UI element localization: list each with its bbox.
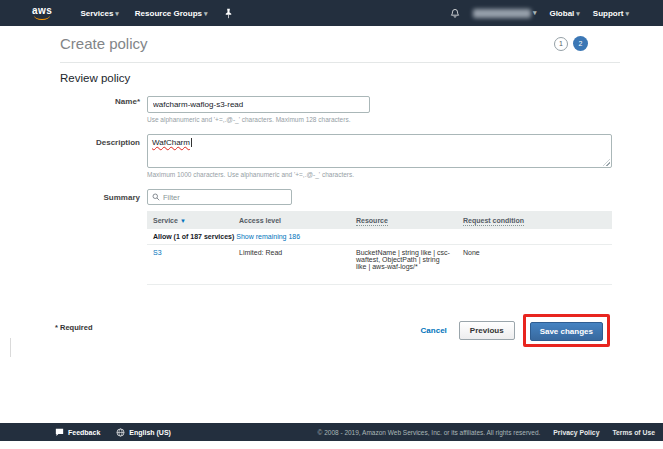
allow-group-label: Allow (1 of 187 services) bbox=[153, 233, 234, 240]
language-selector[interactable]: English (US) bbox=[116, 428, 171, 437]
aws-logo-text: aws bbox=[32, 6, 52, 15]
nav-services-label: Services bbox=[80, 9, 113, 18]
description-help-text: Maximum 1000 characters. Use alphanumeri… bbox=[147, 171, 612, 178]
policy-description-textarea[interactable]: WafCharm bbox=[147, 134, 612, 168]
text-cursor bbox=[191, 138, 192, 147]
policy-name-input[interactable] bbox=[147, 96, 370, 113]
red-annotation-rectangle: Save changes bbox=[523, 314, 610, 347]
cancel-link[interactable]: Cancel bbox=[421, 326, 447, 335]
name-help-text: Use alphanumeric and '+=,.@-_' character… bbox=[147, 116, 612, 123]
feedback-button[interactable]: Feedback bbox=[55, 428, 100, 437]
resource-cell: BucketName | string like | csc-waftest, … bbox=[350, 245, 457, 285]
summary-label: Summary bbox=[60, 189, 140, 202]
column-header-access-level: Access level bbox=[233, 211, 350, 229]
privacy-policy-link[interactable]: Privacy Policy bbox=[553, 429, 599, 436]
aws-logo-smile-icon bbox=[34, 15, 50, 20]
sort-desc-icon: ▼ bbox=[180, 218, 186, 224]
allow-group-row: Allow (1 of 187 services) Show remaining… bbox=[147, 229, 612, 245]
page-title: Create policy bbox=[60, 35, 148, 52]
top-nav-bar: aws Services▾ Resource Groups▾ ▾ Global▾… bbox=[0, 0, 663, 26]
form-actions: Cancel Previous Save changes bbox=[421, 314, 610, 347]
resize-handle-icon[interactable] bbox=[603, 159, 610, 166]
previous-button[interactable]: Previous bbox=[459, 321, 515, 340]
account-name-redacted bbox=[473, 9, 531, 18]
table-header-row: Service▼ Access level Resource Request c… bbox=[147, 211, 612, 229]
access-level-header-label: Access level bbox=[239, 217, 281, 224]
language-label: English (US) bbox=[129, 429, 171, 436]
table-row: S3 Limited: Read BucketName | string lik… bbox=[147, 245, 612, 285]
support-label: Support bbox=[593, 9, 624, 18]
column-header-resource[interactable]: Resource bbox=[350, 211, 457, 229]
section-title: Review policy bbox=[60, 72, 130, 84]
speech-bubble-icon bbox=[55, 428, 64, 437]
chevron-down-icon: ▾ bbox=[204, 10, 208, 17]
review-policy-form: Name* Use alphanumeric and '+=,.@-_' cha… bbox=[60, 93, 612, 285]
nav-services-menu[interactable]: Services▾ bbox=[80, 9, 118, 18]
notifications-bell-icon[interactable] bbox=[450, 8, 460, 19]
service-header-label: Service bbox=[153, 217, 178, 224]
terms-of-use-link[interactable]: Terms of Use bbox=[612, 429, 655, 436]
chevron-down-icon: ▾ bbox=[576, 10, 580, 17]
aws-logo[interactable]: aws bbox=[32, 6, 52, 20]
summary-filter bbox=[147, 189, 292, 205]
step-1-indicator: 1 bbox=[554, 37, 568, 51]
account-menu[interactable]: ▾ bbox=[473, 8, 537, 17]
chevron-down-icon: ▾ bbox=[533, 9, 537, 16]
globe-icon bbox=[116, 428, 125, 437]
chevron-down-icon: ▾ bbox=[625, 10, 629, 17]
region-label: Global bbox=[549, 9, 574, 18]
cursor-artifact-line bbox=[10, 338, 11, 357]
column-header-request-condition[interactable]: Request condition bbox=[457, 211, 612, 229]
footer-bar: Feedback English (US) © 2008 - 2019, Ama… bbox=[0, 423, 663, 441]
save-changes-button[interactable]: Save changes bbox=[530, 322, 603, 341]
nav-resource-groups-menu[interactable]: Resource Groups▾ bbox=[135, 9, 208, 18]
support-menu[interactable]: Support▾ bbox=[593, 9, 629, 18]
region-menu[interactable]: Global▾ bbox=[549, 9, 579, 18]
required-note: * Required bbox=[55, 323, 93, 332]
feedback-label: Feedback bbox=[68, 429, 100, 436]
copyright-text: © 2008 - 2019, Amazon Web Services, Inc.… bbox=[318, 429, 541, 436]
description-label: Description bbox=[60, 134, 140, 147]
request-condition-header-label: Request condition bbox=[463, 217, 524, 226]
chevron-down-icon: ▾ bbox=[115, 10, 119, 17]
wizard-steps: 1 2 bbox=[554, 36, 588, 51]
resource-header-label: Resource bbox=[356, 217, 388, 226]
filter-input[interactable] bbox=[163, 193, 287, 202]
description-text: WafCharm bbox=[152, 138, 190, 147]
step-2-indicator: 2 bbox=[573, 36, 588, 51]
show-remaining-link[interactable]: Show remaining 186 bbox=[236, 233, 300, 240]
header-divider bbox=[60, 62, 620, 63]
name-label: Name* bbox=[60, 93, 140, 106]
request-condition-cell: None bbox=[457, 245, 612, 285]
policy-summary-table: Service▼ Access level Resource Request c… bbox=[147, 211, 612, 285]
service-s3-link[interactable]: S3 bbox=[153, 249, 162, 256]
access-level-cell: Limited: Read bbox=[233, 245, 350, 285]
nav-resource-groups-label: Resource Groups bbox=[135, 9, 202, 18]
pin-icon[interactable] bbox=[224, 8, 233, 19]
column-header-service[interactable]: Service▼ bbox=[147, 211, 233, 229]
search-icon bbox=[152, 193, 160, 201]
